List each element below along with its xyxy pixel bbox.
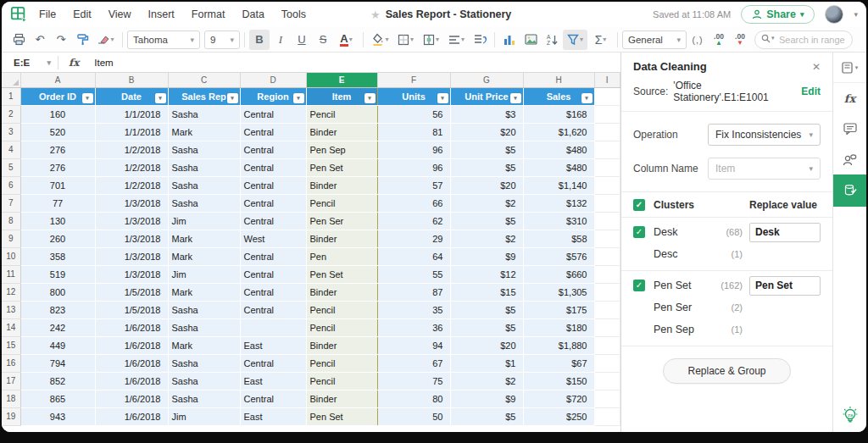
cell[interactable]: Pencil: [306, 372, 377, 390]
cell[interactable]: 260: [20, 230, 95, 247]
cell[interactable]: 1/1/2018: [95, 105, 168, 123]
cell[interactable]: 1/2/2018: [95, 158, 168, 176]
cell[interactable]: 520: [20, 123, 95, 141]
menu-data[interactable]: Data: [242, 8, 264, 20]
cell[interactable]: 35: [377, 301, 450, 318]
cell[interactable]: 701: [20, 176, 95, 194]
cell[interactable]: Pen: [306, 247, 377, 265]
cell[interactable]: Mark: [168, 230, 240, 247]
select-all-checkbox[interactable]: ✓: [633, 199, 645, 211]
cell[interactable]: Mark: [168, 283, 240, 301]
cell[interactable]: 55: [377, 265, 450, 283]
replace-value-input[interactable]: [749, 276, 821, 296]
cell[interactable]: Central: [240, 265, 306, 283]
cell[interactable]: Central: [240, 176, 306, 194]
cell[interactable]: $5: [450, 212, 523, 230]
cell[interactable]: Binder: [306, 390, 377, 407]
cell[interactable]: $5: [450, 141, 523, 158]
cell[interactable]: $480: [523, 158, 594, 176]
cell[interactable]: $20: [450, 336, 523, 354]
column-header-C[interactable]: C: [168, 73, 240, 87]
cell[interactable]: Binder: [306, 176, 377, 194]
cell[interactable]: $720: [523, 390, 594, 407]
cell[interactable]: 852: [20, 372, 95, 390]
cell[interactable]: Pencil: [306, 354, 377, 372]
redo-button[interactable]: ↷: [51, 30, 71, 50]
cell[interactable]: Jim: [168, 265, 240, 283]
cell[interactable]: Binder: [306, 283, 377, 301]
cell[interactable]: Pen Set: [306, 407, 377, 425]
cell[interactable]: 1/3/2018: [95, 230, 168, 247]
cell[interactable]: Sasha: [168, 194, 240, 212]
column-header-B[interactable]: B: [95, 73, 168, 87]
row-number[interactable]: 13: [2, 301, 20, 318]
cell[interactable]: 943: [20, 407, 95, 425]
cell[interactable]: Central: [240, 194, 306, 212]
filter-dropdown-icon[interactable]: ▾: [293, 93, 304, 103]
cell[interactable]: $5: [450, 158, 523, 176]
user-avatar[interactable]: [825, 5, 843, 24]
cell[interactable]: $2: [450, 230, 523, 247]
cell[interactable]: 80: [377, 390, 450, 407]
select-all-corner[interactable]: [2, 73, 20, 87]
cell[interactable]: Pencil: [306, 318, 377, 336]
cell[interactable]: Pen Set: [306, 158, 377, 176]
functions-tab[interactable]: fx: [833, 83, 867, 114]
cell[interactable]: [594, 212, 620, 230]
cell[interactable]: $20: [450, 176, 523, 194]
cell[interactable]: Pencil: [306, 301, 377, 318]
document-title[interactable]: Sales Report - Stationery: [386, 8, 512, 20]
strikethrough-button[interactable]: S: [313, 30, 333, 50]
cell[interactable]: 1/3/2018: [95, 194, 168, 212]
cell[interactable]: 96: [377, 158, 450, 176]
filter-dropdown-icon[interactable]: ▾: [581, 93, 593, 103]
cell[interactable]: $67: [523, 354, 594, 372]
cell[interactable]: Pencil: [306, 194, 377, 212]
borders-button[interactable]: ▾: [393, 30, 418, 50]
cell[interactable]: Central: [240, 390, 306, 407]
print-button[interactable]: [8, 30, 29, 50]
comma-format-button[interactable]: (,): [687, 30, 708, 50]
cell[interactable]: Central: [240, 354, 306, 372]
cell[interactable]: $180: [523, 318, 594, 336]
merge-cells-button[interactable]: ▾: [419, 30, 443, 50]
column-header-I[interactable]: I: [594, 73, 620, 87]
cell[interactable]: East: [240, 336, 306, 354]
panel-toggle-button[interactable]: ▾: [833, 53, 867, 83]
cell[interactable]: Binder: [306, 230, 377, 247]
cell[interactable]: 77: [20, 194, 95, 212]
cell[interactable]: 1/6/2018: [95, 390, 168, 407]
cell[interactable]: [594, 336, 620, 354]
cell[interactable]: 1/6/2018: [95, 372, 168, 390]
cell[interactable]: $20: [450, 123, 523, 141]
cell[interactable]: 794: [20, 354, 95, 372]
cell[interactable]: Sasha: [168, 141, 240, 158]
clear-format-button[interactable]: ▾: [93, 30, 118, 50]
cell[interactable]: 36: [377, 318, 450, 336]
decrease-decimal-button[interactable]: .00▼: [730, 30, 750, 50]
cell[interactable]: 50: [377, 407, 450, 425]
cell[interactable]: Central: [240, 212, 306, 230]
cell[interactable]: 29: [377, 230, 450, 247]
cell[interactable]: [594, 318, 620, 336]
cell[interactable]: $3: [450, 105, 523, 123]
font-size-select[interactable]: 9 ▾: [204, 30, 240, 49]
cell[interactable]: 519: [20, 265, 95, 283]
text-color-button[interactable]: A▾: [334, 30, 359, 50]
cell[interactable]: 276: [20, 141, 95, 158]
header-cell[interactable]: Sales▾: [523, 87, 594, 105]
formula-input[interactable]: Item: [89, 58, 113, 68]
cell[interactable]: 1/2/2018: [95, 176, 168, 194]
cell[interactable]: East: [240, 407, 306, 425]
cell[interactable]: 865: [20, 390, 95, 407]
cell[interactable]: Mark: [168, 123, 240, 141]
favorite-star-icon[interactable]: ★: [370, 8, 381, 21]
cell[interactable]: [594, 123, 620, 141]
cell[interactable]: $1,620: [523, 123, 594, 141]
cell[interactable]: 130: [20, 212, 95, 230]
cell[interactable]: Central: [240, 123, 306, 141]
cell[interactable]: 94: [377, 336, 450, 354]
row-number[interactable]: 7: [2, 194, 20, 212]
cell[interactable]: [594, 87, 620, 105]
cell[interactable]: $132: [523, 194, 594, 212]
